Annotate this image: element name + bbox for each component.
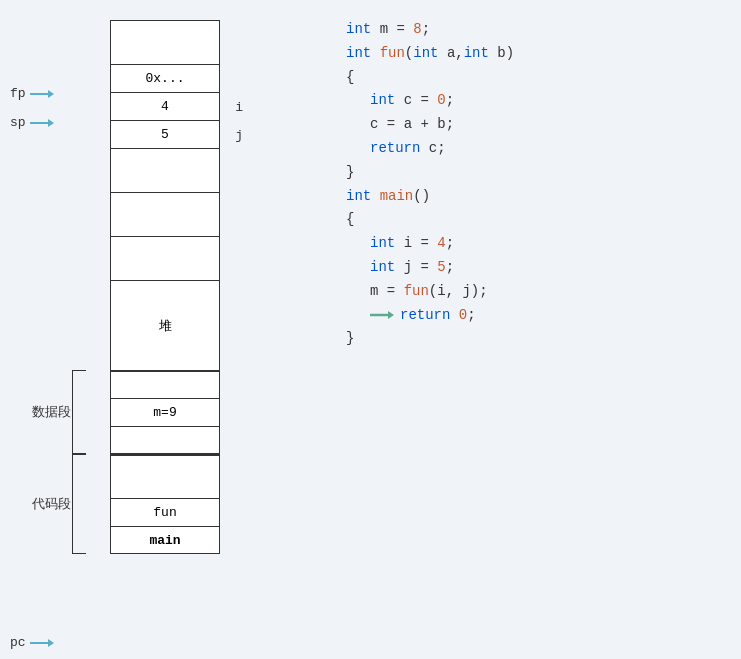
code-line-4: int c = 0;	[342, 89, 719, 113]
fp-text: fp	[10, 86, 26, 101]
cell-5: 5 j	[110, 120, 220, 148]
code-line-1: int m = 8;	[342, 18, 719, 42]
code-line-12: m = fun(i, j);	[342, 280, 719, 304]
memory-cells: 0x... 4 i 5 j 堆 数据段 m=9	[110, 20, 220, 554]
cell-code1	[110, 454, 220, 498]
cell-0x: 0x...	[110, 64, 220, 92]
cell-blank2	[110, 192, 220, 236]
code-line-9: {	[342, 208, 719, 232]
code-line-13: return 0;	[342, 304, 719, 328]
arrow-icon	[370, 308, 394, 322]
cell-data1	[110, 370, 220, 398]
code-line-5: c = a + b;	[342, 113, 719, 137]
code-label: 代码段	[32, 495, 71, 513]
cell-m9: m=9	[110, 398, 220, 426]
cell-4: 4 i	[110, 92, 220, 120]
pc-label: pc	[10, 635, 50, 650]
code-line-11: int j = 5;	[342, 256, 719, 280]
fp-label: fp	[10, 86, 50, 101]
i-label: i	[235, 99, 243, 114]
code-panel: int m = 8; int fun(int a,int b) { int c …	[330, 10, 731, 649]
code-section-group: 代码段 fun main	[110, 454, 220, 554]
cell-blank3	[110, 236, 220, 280]
code-line-8: int main()	[342, 185, 719, 209]
code-bracket	[72, 454, 86, 554]
code-line-7: }	[342, 161, 719, 185]
code-line-6: return c;	[342, 137, 719, 161]
memory-diagram: fp sp pc 0x... 4 i 5 j	[10, 10, 330, 649]
data-bracket	[72, 370, 86, 454]
cell-data2	[110, 426, 220, 454]
pc-text: pc	[10, 635, 26, 650]
cell-heap: 堆	[110, 280, 220, 370]
sp-arrow	[30, 122, 50, 124]
sp-text: sp	[10, 115, 26, 130]
pc-arrow	[30, 642, 50, 644]
code-line-10: int i = 4;	[342, 232, 719, 256]
code-line-14: }	[342, 327, 719, 351]
cell-top	[110, 20, 220, 64]
sp-label: sp	[10, 115, 50, 130]
cell-fun: fun	[110, 498, 220, 526]
j-label: j	[235, 127, 243, 142]
code-line-2: int fun(int a,int b)	[342, 42, 719, 66]
arrow-indicator	[370, 308, 394, 322]
data-label: 数据段	[32, 403, 71, 421]
fp-arrow	[30, 93, 50, 95]
cell-main: main	[110, 526, 220, 554]
data-section-group: 数据段 m=9	[110, 370, 220, 454]
cell-blank1	[110, 148, 220, 192]
svg-marker-1	[388, 311, 394, 319]
code-line-3: {	[342, 66, 719, 90]
